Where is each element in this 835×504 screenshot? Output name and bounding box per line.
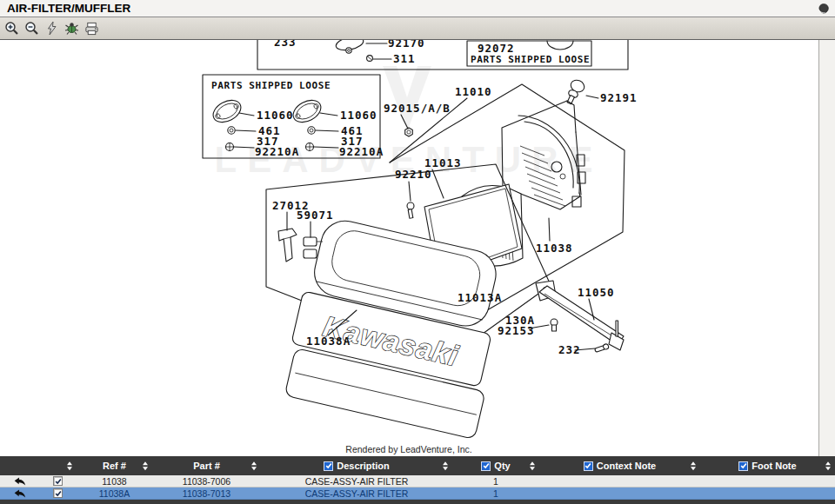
bolt-130a bbox=[551, 319, 558, 331]
qty-cell: 1 bbox=[452, 475, 539, 487]
foot-note-cell bbox=[700, 487, 835, 499]
column-header-ref[interactable]: Ref # bbox=[77, 456, 152, 475]
locate-part-arrow-icon[interactable] bbox=[13, 489, 26, 498]
part-label-232[interactable]: 232 bbox=[558, 343, 581, 356]
part-label-233[interactable]: 233 bbox=[274, 40, 297, 49]
qty-cell: 1 bbox=[452, 487, 539, 499]
row-checkbox[interactable] bbox=[53, 488, 63, 498]
column-header-qty[interactable]: Qty bbox=[452, 456, 539, 475]
part-label-59071[interactable]: 59071 bbox=[297, 209, 334, 222]
column-label: Foot Note bbox=[752, 461, 796, 471]
column-label: Qty bbox=[494, 461, 510, 471]
bolt-92210 bbox=[407, 182, 414, 218]
sort-icon[interactable] bbox=[825, 461, 831, 470]
diagram-canvas[interactable]: LEADVENTURE bbox=[0, 40, 818, 456]
gasket-part bbox=[210, 96, 244, 126]
sort-icon[interactable] bbox=[530, 461, 535, 470]
parts-diagram[interactable]: LEADVENTURE bbox=[0, 40, 818, 456]
part-label-92170[interactable]: 92170 bbox=[388, 40, 425, 50]
part-label-92210[interactable]: 92210 bbox=[395, 168, 432, 181]
part-label-parts-shipped-loose[interactable]: PARTS SHIPPED LOOSE bbox=[211, 80, 331, 91]
part-label-311[interactable]: 311 bbox=[393, 52, 416, 65]
rendered-by-credit: Rendered by LeadVenture, Inc. bbox=[345, 444, 471, 454]
part-label-11050[interactable]: 11050 bbox=[578, 286, 615, 299]
part-cell: 11038-7006 bbox=[152, 475, 261, 487]
part-label-11010[interactable]: 11010 bbox=[455, 85, 492, 98]
zoom-in-icon[interactable] bbox=[4, 21, 19, 36]
column-header-foot_note[interactable]: Foot Note bbox=[700, 456, 835, 475]
sort-icon[interactable] bbox=[67, 461, 72, 470]
column-header-select bbox=[0, 456, 39, 475]
column-checkbox-context_note[interactable] bbox=[584, 461, 593, 471]
context-note-cell bbox=[539, 487, 700, 499]
vertical-scrollbar[interactable] bbox=[818, 40, 835, 456]
part-label-11060[interactable]: 11060 bbox=[257, 109, 294, 122]
part-label-92210a[interactable]: 92210A bbox=[339, 145, 384, 158]
sort-icon[interactable] bbox=[251, 461, 257, 470]
column-header-description[interactable]: Description bbox=[261, 456, 452, 475]
hand-icon[interactable] bbox=[817, 2, 831, 15]
part-label-11038[interactable]: 11038 bbox=[536, 242, 573, 255]
bolt-92191 bbox=[567, 78, 598, 104]
part-label-11013a[interactable]: 11013A bbox=[458, 291, 502, 304]
bug-icon[interactable] bbox=[64, 21, 79, 36]
screw-232 bbox=[594, 343, 609, 353]
column-label: Ref # bbox=[103, 461, 126, 471]
sort-icon[interactable] bbox=[691, 461, 696, 470]
ref-cell: 11038 bbox=[77, 475, 152, 487]
gasket-part bbox=[290, 96, 324, 126]
column-header-context_note[interactable]: Context Note bbox=[539, 456, 700, 475]
part-label-92153[interactable]: 92153 bbox=[498, 324, 535, 337]
column-checkbox-qty[interactable] bbox=[481, 461, 491, 471]
print-icon[interactable] bbox=[84, 21, 99, 36]
table-row-11038[interactable]: 1103811038-7006CASE-ASSY-AIR FILTER1 bbox=[0, 475, 835, 487]
locate-part-arrow-icon[interactable] bbox=[13, 477, 26, 486]
column-checkbox-description[interactable] bbox=[324, 461, 333, 471]
column-checkbox-foot_note[interactable] bbox=[738, 461, 748, 471]
parts-viewer-window: AIR-FILTER/MUFFLER bbox=[0, 0, 835, 504]
table-row-11038a[interactable]: 11038A11038-7013CASE-ASSY-AIR FILTER1 bbox=[0, 487, 835, 500]
column-header-part[interactable]: Part # bbox=[152, 456, 261, 475]
zoom-out-icon[interactable] bbox=[24, 21, 39, 36]
ref-cell: 11038A bbox=[77, 487, 152, 499]
description-cell: CASE-ASSY-AIR FILTER bbox=[261, 487, 452, 499]
diagram-toolbar bbox=[0, 17, 835, 40]
part-cell: 11038-7013 bbox=[152, 487, 261, 499]
lightning-icon[interactable] bbox=[44, 21, 59, 36]
foot-note-cell bbox=[700, 475, 835, 487]
table-header-row: Ref #Part #DescriptionQtyContext NoteFoo… bbox=[0, 456, 835, 475]
part-label-11060[interactable]: 11060 bbox=[340, 109, 377, 122]
column-label: Part # bbox=[193, 461, 220, 471]
part-label-parts-shipped-loose[interactable]: PARTS SHIPPED LOOSE bbox=[471, 54, 590, 65]
part-label-92015-a-b[interactable]: 92015/A/B bbox=[384, 102, 451, 115]
table-footer-strip bbox=[0, 500, 835, 504]
part-label-11038a[interactable]: 11038A bbox=[306, 335, 351, 348]
part-label-92072[interactable]: 92072 bbox=[478, 42, 515, 55]
description-cell: CASE-ASSY-AIR FILTER bbox=[261, 475, 452, 487]
column-label: Description bbox=[337, 461, 390, 471]
part-label-92191[interactable]: 92191 bbox=[600, 91, 638, 104]
sort-icon[interactable] bbox=[143, 461, 148, 470]
sort-icon[interactable] bbox=[443, 461, 448, 470]
column-header-check[interactable] bbox=[39, 456, 77, 475]
page-title: AIR-FILTER/MUFFLER bbox=[7, 0, 130, 17]
parts-table: Ref #Part #DescriptionQtyContext NoteFoo… bbox=[0, 456, 835, 504]
title-bar: AIR-FILTER/MUFFLER bbox=[0, 0, 835, 17]
column-label: Context Note bbox=[597, 461, 656, 471]
part-label-92210a[interactable]: 92210A bbox=[255, 145, 299, 158]
context-note-cell bbox=[539, 475, 700, 487]
row-checkbox[interactable] bbox=[53, 476, 63, 486]
table-body: 1103811038-7006CASE-ASSY-AIR FILTER11103… bbox=[0, 475, 835, 500]
